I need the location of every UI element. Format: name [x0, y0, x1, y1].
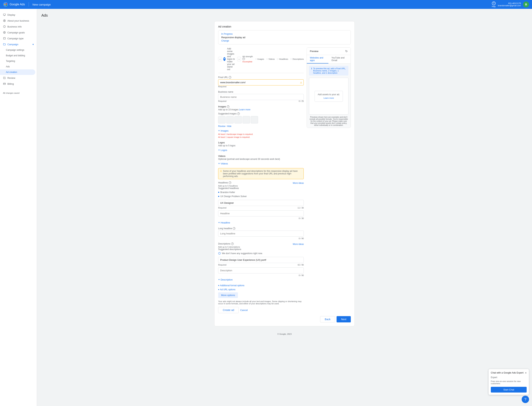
chat-close-button[interactable]: ×: [525, 371, 527, 375]
preview-tab-youtube[interactable]: YouTube and Gmail: [329, 55, 351, 64]
headlines-header: Headlines ? More ideas: [218, 181, 304, 185]
sidebar-item-ad-creation[interactable]: Ad creation: [0, 69, 35, 75]
hide-link[interactable]: Hide: [227, 125, 232, 128]
sidebar-item-budget-bidding[interactable]: Budget and bidding: [0, 53, 35, 58]
suggested-images-help-icon[interactable]: ?: [237, 112, 240, 115]
headline-1-input[interactable]: [218, 200, 304, 206]
long-headline-footer: 0 / 90: [218, 237, 304, 239]
metric-images: Images: [255, 58, 264, 60]
add-headline-button[interactable]: + Headline: [218, 221, 304, 224]
add-assets-learn-more[interactable]: Learn more: [324, 97, 334, 99]
sidebar-item-display[interactable]: Display: [0, 12, 35, 18]
sidebar-item-billing[interactable]: Billing: [0, 81, 35, 87]
warning-icon: ⚠: [300, 81, 302, 84]
back-button[interactable]: Back: [320, 316, 335, 322]
descriptions-more-ideas[interactable]: More ideas: [293, 243, 304, 246]
final-url-help-icon[interactable]: ?: [229, 76, 231, 79]
more-options-button[interactable]: More options: [218, 292, 238, 298]
long-headline-input[interactable]: [218, 231, 304, 237]
descriptions-help-icon[interactable]: ?: [231, 242, 234, 245]
preview-info-text: To preview this ad, add a Final URL, Bus…: [313, 67, 346, 74]
sidebar: Display About your business Business inf…: [0, 9, 37, 406]
final-url-input-wrapper: ⚠: [218, 79, 304, 86]
description-1-counter: 42 / 90: [298, 264, 304, 266]
sidebar-item-review[interactable]: Review: [0, 75, 35, 81]
progress-change-link[interactable]: Change: [221, 39, 348, 42]
chat-header: Chat with a Google Ads Expert ×: [491, 371, 527, 375]
image-thumb-2[interactable]: [226, 116, 234, 123]
account-id: 831-483-5178: [498, 2, 521, 4]
preview-info: ℹ To preview this ad, add a Final URL, B…: [309, 66, 348, 75]
account-info: 831-483-5178 brandsmaller@gmail.com: [498, 2, 521, 7]
business-name-input[interactable]: [218, 94, 304, 100]
descriptions-header: Descriptions ? More ideas: [218, 242, 304, 246]
add-videos-button[interactable]: + Videos: [218, 162, 304, 165]
final-url-input[interactable]: [218, 79, 304, 86]
help-nav-button[interactable]: ? Help: [492, 1, 496, 7]
headlines-help-icon[interactable]: ?: [229, 181, 231, 184]
svg-point-18: [219, 254, 219, 254]
description-2-input[interactable]: [218, 268, 304, 274]
prev-step-button[interactable]: ‹: [218, 57, 222, 61]
next-step-button[interactable]: ›: [237, 57, 241, 61]
no-suggestions-text: We don't have any suggestions right now.: [222, 252, 263, 255]
chat-start-button[interactable]: Start Chat: [491, 387, 527, 392]
long-headline-help-icon[interactable]: ?: [233, 227, 235, 230]
images-learn-more[interactable]: Learn more: [239, 108, 250, 111]
headlines-more-ideas[interactable]: More ideas: [293, 182, 304, 184]
collapse-icon-url: ▾: [218, 288, 219, 291]
sidebar-item-campaign-goals[interactable]: Campaign goals: [0, 29, 35, 36]
sidebar-item-ads[interactable]: Ads: [0, 64, 35, 69]
help-float-button[interactable]: ?: [522, 396, 529, 403]
preview-tab-websites[interactable]: Websites and apps: [307, 55, 329, 64]
add-description-button[interactable]: + Description: [218, 278, 304, 281]
cancel-button[interactable]: Cancel: [240, 307, 247, 313]
two-col-layout: ‹ Add some images and logos to make your…: [218, 47, 351, 313]
description-1-footer: Required 42 / 90: [218, 264, 304, 266]
logos-hint: Add up to 5 logos: [218, 144, 304, 147]
user-avatar[interactable]: B: [523, 1, 529, 7]
image-thumb-1[interactable]: [218, 116, 225, 123]
images-section: Images ? Add up to 15 images Learn more …: [218, 105, 304, 138]
image-thumb-3[interactable]: [234, 116, 242, 123]
svg-point-11: [4, 32, 5, 33]
step-metrics: Images Videos Headlines: [255, 58, 304, 60]
ad-creation-card: Ad creation In Progress Responsive displ…: [214, 21, 355, 326]
sidebar-item-campaign-group[interactable]: Campaign ▾: [0, 41, 37, 47]
sidebar-item-campaign-type[interactable]: Campaign type: [0, 36, 35, 41]
review-link[interactable]: Review: [218, 125, 225, 128]
sidebar-item-campaign-settings[interactable]: Campaign settings: [0, 47, 35, 53]
add-images-button[interactable]: + Images: [218, 129, 304, 132]
goals-icon: [3, 31, 6, 34]
sidebar-sub-label: Budget and bidding: [6, 54, 25, 57]
campaign-label: New campaign: [32, 3, 51, 6]
ad-url-toggle[interactable]: ▾ Ad URL options: [218, 288, 304, 291]
svg-rect-1: [4, 4, 5, 5]
suggested-headline-2[interactable]: UX Design Problem Solver: [218, 194, 304, 198]
add-logos-button[interactable]: + Logos: [218, 148, 304, 152]
refresh-button[interactable]: ↻: [345, 50, 348, 53]
sidebar-item-business-info[interactable]: Business info: [0, 24, 35, 29]
images-help-icon[interactable]: ?: [227, 105, 229, 108]
headlines-label: Headlines ?: [218, 181, 231, 184]
metric-label-videos: Videos: [269, 58, 275, 60]
description-1-input[interactable]: [218, 257, 304, 263]
sidebar-item-label: Campaign goals: [7, 31, 25, 34]
additional-format-toggle[interactable]: ▾ Additional format options: [218, 284, 304, 287]
ad-strength-help-icon[interactable]: ?: [242, 58, 245, 60]
suggested-headline-1[interactable]: Brandon Keller: [218, 190, 304, 194]
sidebar-item-about-business[interactable]: About your business: [0, 18, 35, 24]
add-icon: +: [218, 129, 220, 132]
account-email: brandsmaller@gmail.com: [498, 4, 521, 7]
preview-disclaimer: Previews shown here are examples and don…: [307, 115, 351, 128]
next-button[interactable]: Next: [337, 316, 351, 322]
description-2-footer: 0 / 90: [218, 274, 304, 276]
sidebar-item-targeting[interactable]: Targeting: [0, 58, 35, 64]
image-thumb-5[interactable]: [251, 116, 258, 123]
help-float-icon: ?: [524, 397, 526, 402]
suggested-headlines: Suggested headlines Brandon Keller UX De…: [218, 187, 304, 198]
image-thumb-4[interactable]: [243, 116, 250, 123]
metric-dot-descriptions: [290, 58, 292, 60]
create-ad-button[interactable]: Create ad: [218, 307, 239, 313]
headline-2-input[interactable]: [218, 210, 304, 217]
